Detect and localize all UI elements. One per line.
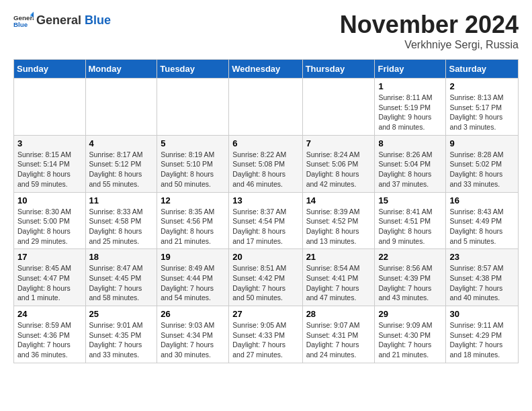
calendar-cell	[229, 79, 302, 136]
day-info: Sunrise: 8:28 AM Sunset: 5:02 PM Dayligh…	[449, 150, 515, 189]
calendar-cell: 30Sunrise: 9:11 AM Sunset: 4:29 PM Dayli…	[446, 306, 519, 363]
day-number: 28	[306, 309, 371, 319]
day-info: Sunrise: 8:11 AM Sunset: 5:19 PM Dayligh…	[378, 93, 442, 132]
calendar-cell: 5Sunrise: 8:19 AM Sunset: 5:10 PM Daylig…	[157, 135, 229, 192]
day-number: 2	[449, 81, 515, 91]
calendar-cell: 16Sunrise: 8:43 AM Sunset: 4:49 PM Dayli…	[446, 192, 519, 249]
day-number: 4	[89, 138, 154, 148]
day-number: 13	[232, 195, 298, 205]
calendar-cell: 9Sunrise: 8:28 AM Sunset: 5:02 PM Daylig…	[446, 135, 519, 192]
day-number: 17	[17, 252, 82, 262]
day-info: Sunrise: 8:15 AM Sunset: 5:14 PM Dayligh…	[17, 150, 82, 189]
calendar-cell	[157, 79, 229, 136]
calendar-cell: 23Sunrise: 8:57 AM Sunset: 4:38 PM Dayli…	[446, 249, 519, 306]
day-info: Sunrise: 8:56 AM Sunset: 4:39 PM Dayligh…	[378, 263, 442, 303]
weekday-header-sunday: Sunday	[14, 60, 86, 79]
calendar-week-row: 24Sunrise: 8:59 AM Sunset: 4:36 PM Dayli…	[14, 306, 519, 363]
calendar-cell: 29Sunrise: 9:09 AM Sunset: 4:30 PM Dayli…	[375, 306, 446, 363]
weekday-header-thursday: Thursday	[302, 60, 375, 79]
calendar-cell: 19Sunrise: 8:49 AM Sunset: 4:44 PM Dayli…	[157, 249, 229, 306]
day-info: Sunrise: 8:41 AM Sunset: 4:51 PM Dayligh…	[378, 207, 442, 246]
day-number: 19	[161, 252, 225, 262]
calendar-cell	[85, 79, 157, 136]
day-number: 18	[89, 252, 154, 262]
weekday-header-friday: Friday	[375, 60, 446, 79]
day-info: Sunrise: 9:09 AM Sunset: 4:30 PM Dayligh…	[378, 320, 442, 360]
logo-icon: General Blue	[13, 11, 34, 31]
day-info: Sunrise: 9:03 AM Sunset: 4:34 PM Dayligh…	[161, 320, 225, 360]
calendar-cell: 22Sunrise: 8:56 AM Sunset: 4:39 PM Dayli…	[375, 249, 446, 306]
calendar-cell	[14, 79, 86, 136]
day-number: 7	[306, 138, 371, 148]
day-number: 14	[306, 195, 371, 205]
day-info: Sunrise: 8:47 AM Sunset: 4:45 PM Dayligh…	[89, 263, 154, 303]
day-number: 21	[306, 252, 371, 262]
day-info: Sunrise: 8:26 AM Sunset: 5:04 PM Dayligh…	[378, 150, 442, 189]
logo: General Blue General Blue	[13, 11, 111, 31]
month-title: November 2024	[340, 11, 519, 39]
calendar-header-row: SundayMondayTuesdayWednesdayThursdayFrid…	[14, 60, 519, 79]
calendar-week-row: 10Sunrise: 8:30 AM Sunset: 5:00 PM Dayli…	[14, 192, 519, 249]
day-info: Sunrise: 8:57 AM Sunset: 4:38 PM Dayligh…	[449, 263, 515, 303]
day-number: 26	[161, 309, 225, 319]
day-number: 10	[17, 195, 82, 205]
day-info: Sunrise: 8:35 AM Sunset: 4:56 PM Dayligh…	[161, 207, 225, 246]
calendar-week-row: 3Sunrise: 8:15 AM Sunset: 5:14 PM Daylig…	[14, 135, 519, 192]
calendar-cell: 12Sunrise: 8:35 AM Sunset: 4:56 PM Dayli…	[157, 192, 229, 249]
day-info: Sunrise: 9:07 AM Sunset: 4:31 PM Dayligh…	[306, 320, 371, 360]
calendar-week-row: 1Sunrise: 8:11 AM Sunset: 5:19 PM Daylig…	[14, 79, 519, 136]
weekday-header-monday: Monday	[85, 60, 157, 79]
day-info: Sunrise: 8:54 AM Sunset: 4:41 PM Dayligh…	[306, 263, 371, 303]
day-info: Sunrise: 8:24 AM Sunset: 5:06 PM Dayligh…	[306, 150, 371, 189]
calendar-cell: 1Sunrise: 8:11 AM Sunset: 5:19 PM Daylig…	[375, 79, 446, 136]
day-number: 27	[232, 309, 298, 319]
title-block: November 2024 Verkhniye Sergi, Russia	[340, 11, 519, 51]
calendar-cell	[302, 79, 375, 136]
weekday-header-saturday: Saturday	[446, 60, 519, 79]
calendar-cell: 15Sunrise: 8:41 AM Sunset: 4:51 PM Dayli…	[375, 192, 446, 249]
day-info: Sunrise: 8:19 AM Sunset: 5:10 PM Dayligh…	[161, 150, 225, 189]
day-number: 5	[161, 138, 225, 148]
calendar-table: SundayMondayTuesdayWednesdayThursdayFrid…	[13, 59, 519, 363]
day-info: Sunrise: 8:17 AM Sunset: 5:12 PM Dayligh…	[89, 150, 154, 189]
page-container: General Blue General Blue November 2024 …	[0, 0, 532, 370]
calendar-cell: 10Sunrise: 8:30 AM Sunset: 5:00 PM Dayli…	[14, 192, 86, 249]
day-number: 25	[89, 309, 154, 319]
location: Verkhniye Sergi, Russia	[340, 39, 519, 51]
day-info: Sunrise: 8:13 AM Sunset: 5:17 PM Dayligh…	[449, 93, 515, 132]
day-number: 16	[449, 195, 515, 205]
calendar-cell: 27Sunrise: 9:05 AM Sunset: 4:33 PM Dayli…	[229, 306, 302, 363]
calendar-cell: 21Sunrise: 8:54 AM Sunset: 4:41 PM Dayli…	[302, 249, 375, 306]
calendar-cell: 3Sunrise: 8:15 AM Sunset: 5:14 PM Daylig…	[14, 135, 86, 192]
day-number: 11	[89, 195, 154, 205]
day-info: Sunrise: 9:01 AM Sunset: 4:35 PM Dayligh…	[89, 320, 154, 360]
day-number: 3	[17, 138, 82, 148]
calendar-cell: 24Sunrise: 8:59 AM Sunset: 4:36 PM Dayli…	[14, 306, 86, 363]
calendar-cell: 7Sunrise: 8:24 AM Sunset: 5:06 PM Daylig…	[302, 135, 375, 192]
day-number: 29	[378, 309, 442, 319]
day-number: 22	[378, 252, 442, 262]
svg-text:Blue: Blue	[13, 21, 28, 28]
day-info: Sunrise: 8:39 AM Sunset: 4:52 PM Dayligh…	[306, 207, 371, 246]
day-info: Sunrise: 8:22 AM Sunset: 5:08 PM Dayligh…	[232, 150, 298, 189]
day-number: 24	[17, 309, 82, 319]
calendar-cell: 17Sunrise: 8:45 AM Sunset: 4:47 PM Dayli…	[14, 249, 86, 306]
day-info: Sunrise: 9:05 AM Sunset: 4:33 PM Dayligh…	[232, 320, 298, 360]
day-number: 30	[449, 309, 515, 319]
day-number: 9	[449, 138, 515, 148]
logo-general-text: General	[36, 13, 81, 27]
calendar-cell: 25Sunrise: 9:01 AM Sunset: 4:35 PM Dayli…	[85, 306, 157, 363]
calendar-cell: 20Sunrise: 8:51 AM Sunset: 4:42 PM Dayli…	[229, 249, 302, 306]
calendar-cell: 6Sunrise: 8:22 AM Sunset: 5:08 PM Daylig…	[229, 135, 302, 192]
calendar-cell: 14Sunrise: 8:39 AM Sunset: 4:52 PM Dayli…	[302, 192, 375, 249]
day-info: Sunrise: 8:49 AM Sunset: 4:44 PM Dayligh…	[161, 263, 225, 303]
weekday-header-tuesday: Tuesday	[157, 60, 229, 79]
page-header: General Blue General Blue November 2024 …	[13, 11, 519, 51]
weekday-header-wednesday: Wednesday	[229, 60, 302, 79]
day-info: Sunrise: 8:43 AM Sunset: 4:49 PM Dayligh…	[449, 207, 515, 246]
day-number: 1	[378, 81, 442, 91]
calendar-cell: 11Sunrise: 8:33 AM Sunset: 4:58 PM Dayli…	[85, 192, 157, 249]
calendar-cell: 4Sunrise: 8:17 AM Sunset: 5:12 PM Daylig…	[85, 135, 157, 192]
day-info: Sunrise: 8:45 AM Sunset: 4:47 PM Dayligh…	[17, 263, 82, 303]
day-info: Sunrise: 9:11 AM Sunset: 4:29 PM Dayligh…	[449, 320, 515, 360]
